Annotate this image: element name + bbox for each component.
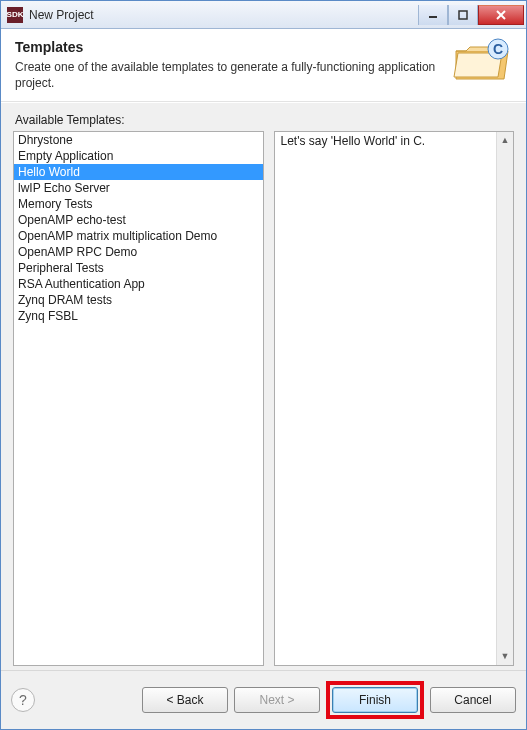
scrollbar[interactable]: ▲ ▼ bbox=[496, 132, 513, 665]
svg-rect-1 bbox=[459, 11, 467, 19]
template-item[interactable]: OpenAMP RPC Demo bbox=[14, 244, 263, 260]
wizard-header: Templates Create one of the available te… bbox=[1, 29, 526, 102]
minimize-button[interactable] bbox=[418, 5, 448, 25]
close-button[interactable] bbox=[478, 5, 524, 25]
button-bar: ? < Back Next > Finish Cancel bbox=[1, 670, 526, 729]
scroll-up-icon[interactable]: ▲ bbox=[497, 132, 513, 149]
template-item[interactable]: OpenAMP matrix multiplication Demo bbox=[14, 228, 263, 244]
back-button[interactable]: < Back bbox=[142, 687, 228, 713]
page-title: Templates bbox=[15, 39, 442, 55]
content-area: Available Templates: DhrystoneEmpty Appl… bbox=[1, 102, 526, 670]
finish-button[interactable]: Finish bbox=[332, 687, 418, 713]
template-item[interactable]: Dhrystone bbox=[14, 132, 263, 148]
template-item[interactable]: lwIP Echo Server bbox=[14, 180, 263, 196]
maximize-button[interactable] bbox=[448, 5, 478, 25]
template-item[interactable]: OpenAMP echo-test bbox=[14, 212, 263, 228]
finish-highlight: Finish bbox=[326, 681, 424, 719]
next-button: Next > bbox=[234, 687, 320, 713]
template-description-text: Let's say 'Hello World' in C. bbox=[281, 134, 426, 148]
window-controls bbox=[418, 5, 526, 25]
cancel-button[interactable]: Cancel bbox=[430, 687, 516, 713]
available-templates-label: Available Templates: bbox=[15, 113, 514, 127]
folder-c-icon: C bbox=[452, 35, 512, 85]
template-item[interactable]: Peripheral Tests bbox=[14, 260, 263, 276]
template-item[interactable]: RSA Authentication App bbox=[14, 276, 263, 292]
template-item[interactable]: Hello World bbox=[14, 164, 263, 180]
template-item[interactable]: Zynq DRAM tests bbox=[14, 292, 263, 308]
help-icon: ? bbox=[19, 692, 27, 708]
svg-text:C: C bbox=[493, 41, 503, 57]
help-button[interactable]: ? bbox=[11, 688, 35, 712]
scroll-down-icon[interactable]: ▼ bbox=[497, 648, 513, 665]
titlebar[interactable]: SDK New Project bbox=[1, 1, 526, 29]
template-item[interactable]: Zynq FSBL bbox=[14, 308, 263, 324]
sdk-icon: SDK bbox=[7, 7, 23, 23]
template-list[interactable]: DhrystoneEmpty ApplicationHello WorldlwI… bbox=[13, 131, 264, 666]
window-title: New Project bbox=[29, 8, 94, 22]
page-description: Create one of the available templates to… bbox=[15, 59, 442, 91]
template-description-panel: Let's say 'Hello World' in C. ▲ ▼ bbox=[274, 131, 515, 666]
new-project-dialog: SDK New Project Templates Create one of … bbox=[0, 0, 527, 730]
template-item[interactable]: Memory Tests bbox=[14, 196, 263, 212]
template-item[interactable]: Empty Application bbox=[14, 148, 263, 164]
